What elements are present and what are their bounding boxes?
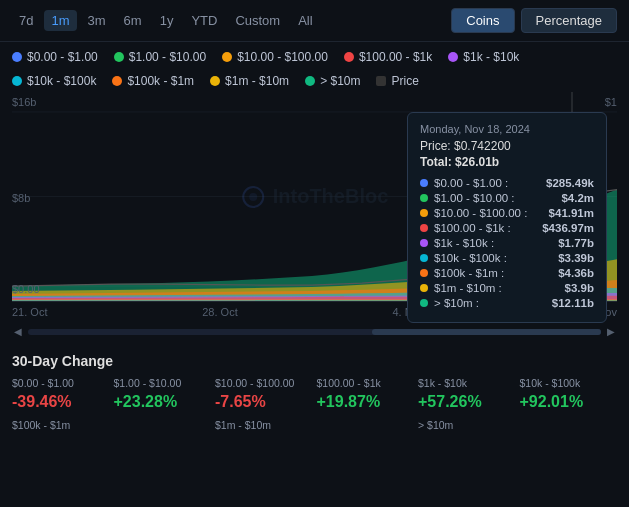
change-label-bottom: $1m - $10m [215,419,271,431]
right-filters: CoinsPercentage [451,8,617,33]
legend-item: $1k - $10k [448,50,519,64]
change-label: $100.00 - $1k [317,377,381,389]
change-value: +19.87% [317,393,381,411]
time-btn-7d[interactable]: 7d [12,10,40,31]
time-btn-3m[interactable]: 3m [81,10,113,31]
change-value: -39.46% [12,393,72,411]
change-col-bottom: $100k - $1m [12,419,211,431]
change-value: +23.28% [114,393,178,411]
tooltip-row: $1k - $10k :$1.77b [420,237,594,249]
tooltip-row: $10k - $100k :$3.39b [420,252,594,264]
filter-btn-coins[interactable]: Coins [451,8,514,33]
x-label-2: 28. Oct [202,306,237,318]
change-label: $1k - $10k [418,377,467,389]
change-label: $0.00 - $1.00 [12,377,74,389]
tooltip-row: $1.00 - $10.00 :$4.2m [420,192,594,204]
legend-item: > $10m [305,74,360,88]
change-label: $10.00 - $100.00 [215,377,294,389]
tooltip-row: $10.00 - $100.00 :$41.91m [420,207,594,219]
bottom-section: 30-Day Change $0.00 - $1.00 -39.46% $1.0… [0,341,629,439]
time-btn-1y[interactable]: 1y [153,10,181,31]
x-label-1: 21. Oct [12,306,47,318]
time-btn-6m[interactable]: 6m [117,10,149,31]
change-label: $1.00 - $10.00 [114,377,182,389]
change-value: +57.26% [418,393,482,411]
change-label: $10k - $100k [520,377,581,389]
change-grid-bottom: $100k - $1m$1m - $10m> $10m [12,419,617,431]
time-btn-ytd[interactable]: YTD [184,10,224,31]
change-col: $1k - $10k +57.26% [418,377,516,411]
scrollbar-thumb[interactable] [372,329,601,335]
change-col-bottom: $1m - $10m [215,419,414,431]
y-label-right-1: $1 [605,96,617,108]
tooltip-row: $0.00 - $1.00 :$285.49k [420,177,594,189]
section-title: 30-Day Change [12,353,617,369]
y-label-8b: $8b [12,192,30,204]
scrollbar-track[interactable] [28,329,601,335]
legend-item: $1m - $10m [210,74,289,88]
change-col: $100.00 - $1k +19.87% [317,377,415,411]
time-btn-custom[interactable]: Custom [228,10,287,31]
change-value: +92.01% [520,393,584,411]
legend-item: $10.00 - $100.00 [222,50,328,64]
legend: $0.00 - $1.00$1.00 - $10.00$10.00 - $100… [0,42,629,92]
time-filters: 7d1m3m6m1yYTDCustomAll [12,10,320,31]
tooltip-date: Monday, Nov 18, 2024 [420,123,594,135]
legend-item: $100.00 - $1k [344,50,432,64]
tooltip-total: Total: $26.01b [420,155,594,169]
change-grid: $0.00 - $1.00 -39.46% $1.00 - $10.00 +23… [12,377,617,411]
tooltip-price: Price: $0.742200 [420,139,594,153]
legend-item: $100k - $1m [112,74,194,88]
time-btn-1m[interactable]: 1m [44,10,76,31]
tooltip-row: $1m - $10m :$3.9b [420,282,594,294]
scrollbar: ◀ ▶ [0,322,629,341]
change-col: $0.00 - $1.00 -39.46% [12,377,110,411]
chart-tooltip: Monday, Nov 18, 2024 Price: $0.742200 To… [407,112,607,323]
change-col: $1.00 - $10.00 +23.28% [114,377,212,411]
tooltip-row: $100.00 - $1k :$436.97m [420,222,594,234]
scroll-right-arrow[interactable]: ▶ [605,324,617,339]
legend-item: $0.00 - $1.00 [12,50,98,64]
chart-area: $16b $8b $0.00 $1 IntoTheBloc [12,92,617,302]
filter-btn-percentage[interactable]: Percentage [521,8,618,33]
change-value: -7.65% [215,393,266,411]
change-label-bottom: $100k - $1m [12,419,70,431]
change-col: $10.00 - $100.00 -7.65% [215,377,313,411]
top-bar: 7d1m3m6m1yYTDCustomAll CoinsPercentage [0,0,629,42]
tooltip-row: > $10m :$12.11b [420,297,594,309]
change-col-bottom: > $10m [418,419,617,431]
time-btn-all[interactable]: All [291,10,319,31]
change-col: $10k - $100k +92.01% [520,377,618,411]
tooltip-rows: $0.00 - $1.00 :$285.49k$1.00 - $10.00 :$… [420,177,594,309]
change-label-bottom: > $10m [418,419,453,431]
legend-item: $1.00 - $10.00 [114,50,206,64]
tooltip-row: $100k - $1m :$4.36b [420,267,594,279]
legend-item: Price [376,74,418,88]
legend-item: $10k - $100k [12,74,96,88]
y-label-16b: $16b [12,96,36,108]
scroll-left-arrow[interactable]: ◀ [12,324,24,339]
y-label-0: $0.00 [12,283,40,295]
